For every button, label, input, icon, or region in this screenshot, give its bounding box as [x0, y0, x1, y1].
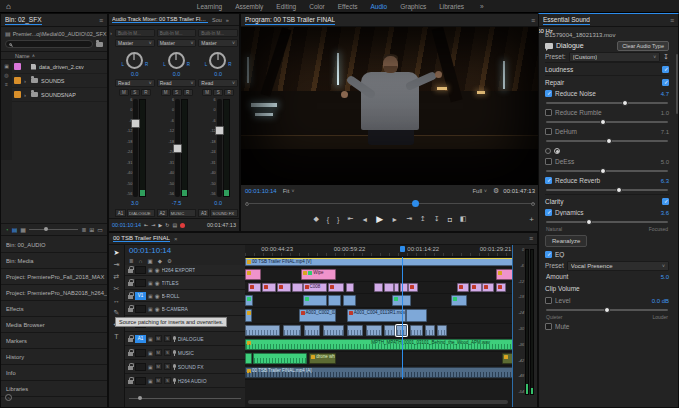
- step-forward-icon[interactable]: ►: [391, 216, 398, 223]
- deess-checkbox[interactable]: [545, 158, 552, 165]
- track-output-toggle[interactable]: ◉: [155, 306, 160, 312]
- save-preset-icon[interactable]: ↧: [663, 53, 669, 61]
- fader-handle[interactable]: [131, 119, 140, 128]
- lift-icon[interactable]: ↥: [420, 215, 426, 223]
- panel-tab-effects[interactable]: Effects: [1, 301, 107, 317]
- reduce-rumble-value[interactable]: 1.0: [661, 110, 669, 116]
- mark-in-icon[interactable]: {: [327, 216, 329, 223]
- fader-value[interactable]: -7.5: [157, 200, 197, 207]
- panel-chevron-icon[interactable]: ›: [110, 30, 112, 36]
- filter-bin-icon[interactable]: ≡: [5, 81, 8, 87]
- reduce-noise-slider[interactable]: [546, 99, 668, 107]
- sync-lock-icon[interactable]: ▣: [148, 378, 153, 384]
- timeline-clip[interactable]: 00 TSB Trailer FINAL.mp4 [A]: [245, 367, 513, 378]
- sync-lock-icon[interactable]: ▣: [148, 280, 153, 286]
- output-select[interactable]: Master˅: [157, 39, 197, 47]
- tab-bin-02-sfx[interactable]: Bin: 02_SFX: [5, 16, 42, 25]
- snap-icon[interactable]: ∩: [139, 258, 143, 264]
- reduce-rumble-checkbox[interactable]: [545, 109, 552, 116]
- timeline-clip[interactable]: [343, 295, 356, 306]
- settings-wrench-icon[interactable]: ⚙: [493, 187, 499, 195]
- track-lane-a1[interactable]: [245, 324, 513, 338]
- timeline-clip[interactable]: [437, 325, 448, 336]
- track-output-toggle[interactable]: ◉: [155, 280, 160, 286]
- timeline-clip[interactable]: [410, 325, 423, 336]
- pan-value[interactable]: 0.0: [157, 71, 197, 77]
- track-output-toggle[interactable]: ◉: [155, 293, 160, 299]
- record-arm-button[interactable]: R: [141, 89, 151, 96]
- source-patch[interactable]: [135, 349, 146, 357]
- source-patch[interactable]: A1: [135, 335, 146, 343]
- panel-tab-info[interactable]: Info: [1, 365, 107, 381]
- dynamics-checkbox[interactable]: [545, 209, 552, 216]
- mic-icon[interactable]: [173, 378, 176, 382]
- clarity-checkbox[interactable]: [662, 198, 669, 205]
- play-icon[interactable]: ▶: [158, 222, 162, 228]
- dynamics-value[interactable]: 3.6: [661, 210, 669, 216]
- timeline-lanes[interactable]: 00:00:44:2300:00:59:2200:01:14:2200:01:2…: [245, 245, 513, 407]
- project-readout-icon[interactable]: ◔: [5, 227, 9, 233]
- panel-overflow-icon[interactable]: »: [226, 17, 229, 23]
- timeline-clip[interactable]: MPTH_MPATH_0001_03101_Behind_the_Wood_AP…: [245, 339, 513, 350]
- tab-audio-track-mixer[interactable]: Audio Track Mixer: 00 TSB Trailer FINAL: [112, 16, 208, 23]
- playback-resolution-select[interactable]: Full˅: [470, 188, 489, 194]
- timeline-clip[interactable]: [406, 309, 427, 322]
- add-marker-icon[interactable]: ◆: [313, 215, 318, 223]
- reanalyze-button[interactable]: Reanalyze: [545, 235, 587, 247]
- mic-icon[interactable]: [173, 364, 176, 368]
- go-to-out-icon[interactable]: ⇥: [151, 222, 155, 228]
- hz50-radio[interactable]: [545, 148, 551, 154]
- loudness-checkbox[interactable]: [662, 66, 669, 73]
- extract-icon[interactable]: ↧: [434, 215, 440, 223]
- mute-checkbox[interactable]: [545, 323, 552, 330]
- eq-preset-select[interactable]: Vocal Presence˅: [567, 261, 669, 271]
- workspace-tab-assembly[interactable]: Assembly: [235, 3, 263, 10]
- track-header-a1[interactable]: A1 ▣MSDIALOGUE: [125, 332, 245, 346]
- pan-knob[interactable]: [168, 52, 185, 69]
- lock-icon[interactable]: [128, 338, 133, 342]
- playhead-handle[interactable]: [412, 200, 419, 207]
- track-mute-button[interactable]: M: [155, 377, 162, 384]
- zoom-slider[interactable]: [29, 229, 78, 230]
- timeline-clip[interactable]: [277, 283, 290, 292]
- panel-menu-icon[interactable]: ≡: [529, 235, 533, 242]
- source-patch[interactable]: [135, 266, 146, 274]
- pan-control[interactable]: LR: [115, 49, 155, 69]
- close-icon[interactable]: ×: [174, 236, 178, 242]
- panel-tab-bin-media[interactable]: Bin: Media: [1, 253, 107, 269]
- timeline-clip[interactable]: [304, 325, 320, 336]
- input-select[interactable]: Built-In M...: [115, 29, 155, 37]
- panel-tab-history[interactable]: History: [1, 349, 107, 365]
- amount-value[interactable]: 5.0: [661, 274, 669, 280]
- mute-button[interactable]: M: [161, 89, 171, 96]
- timeline-clip[interactable]: Wipe: [301, 269, 336, 280]
- workspace-tab-editing[interactable]: Editing: [276, 3, 296, 10]
- reduce-reverb-value[interactable]: 6.3: [661, 178, 669, 184]
- panel-tab-bin-00-audio[interactable]: Bin: 00_AUDIO: [1, 237, 107, 253]
- sync-lock-icon[interactable]: ▣: [148, 306, 153, 312]
- timeline-clip[interactable]: [245, 353, 252, 364]
- sort-icon[interactable]: ≣: [81, 226, 86, 233]
- panel-tab-markers[interactable]: Markers: [1, 333, 107, 349]
- current-timecode[interactable]: 00:01:10:14: [112, 222, 141, 228]
- reduce-reverb-checkbox[interactable]: [545, 177, 552, 184]
- panel-tab-media-browser[interactable]: Media Browser: [1, 317, 107, 333]
- solo-button[interactable]: S: [130, 89, 140, 96]
- step-back-icon[interactable]: ◄: [361, 216, 368, 223]
- sync-lock-icon[interactable]: ▣: [148, 267, 153, 273]
- track-header-a2[interactable]: ▣MSMUSIC: [125, 346, 245, 360]
- timeline-clip[interactable]: [323, 325, 344, 336]
- timeline-clip[interactable]: [408, 283, 417, 292]
- timeline-clip[interactable]: A003_C004_0113R1.mov: [347, 309, 406, 322]
- sequence-timecode[interactable]: 00:01:10:14: [125, 245, 245, 256]
- program-scrubber[interactable]: [245, 200, 535, 208]
- horizontal-scrollbar[interactable]: [248, 400, 508, 404]
- reduce-noise-checkbox[interactable]: [545, 90, 552, 97]
- dehum-checkbox[interactable]: [545, 128, 552, 135]
- go-to-in-icon[interactable]: ⇤: [347, 215, 353, 223]
- automation-mode-select[interactable]: Read˅: [115, 79, 155, 87]
- pan-knob[interactable]: [209, 52, 226, 69]
- timeline-wrench-icon[interactable]: ⚙: [167, 258, 172, 264]
- timeline-clip[interactable]: [496, 283, 507, 292]
- mark-out-icon[interactable]: }: [337, 216, 339, 223]
